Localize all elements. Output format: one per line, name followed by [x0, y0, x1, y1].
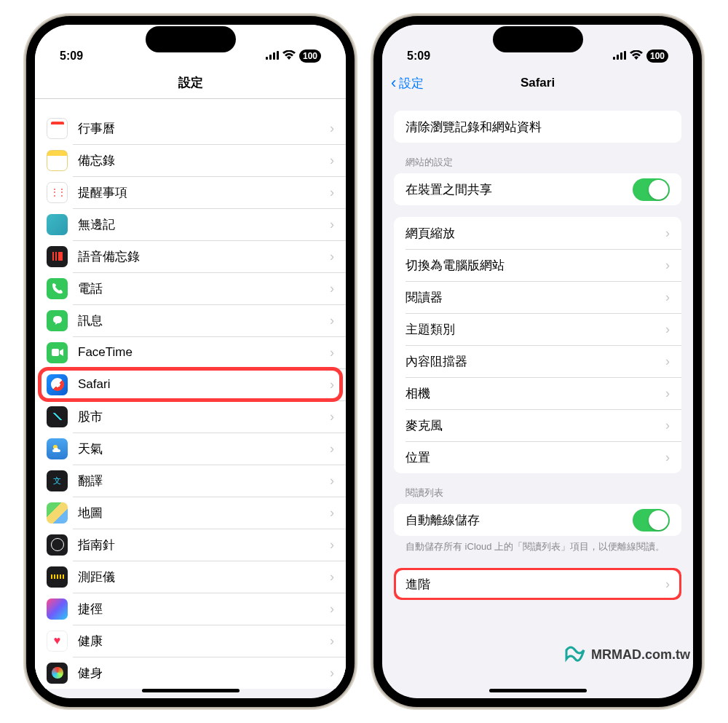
settings-row-notes[interactable]: 備忘錄 › [35, 144, 346, 176]
phone-frame-left: 5:09 100 設定 [26, 16, 355, 707]
clear-history-row[interactable]: 清除瀏覽記錄和網站資料 [394, 111, 681, 143]
row-label: 健康 [78, 633, 325, 649]
settings-row-safari[interactable]: Safari › [35, 368, 346, 400]
maps-icon [47, 502, 68, 524]
screen-left: 5:09 100 設定 [35, 25, 346, 698]
list-group-reading: 自動離線儲存 [394, 504, 681, 536]
page-zoom-row[interactable]: 網頁縮放 › [394, 217, 681, 249]
facetime-icon [47, 342, 68, 363]
toggle-switch[interactable] [633, 178, 670, 201]
row-label: 電話 [78, 280, 325, 297]
row-label: 捷徑 [78, 601, 325, 617]
svg-rect-4 [52, 349, 59, 356]
svg-rect-2 [273, 52, 275, 60]
list-group-website-settings: 網頁縮放 › 切換為電腦版網站 › 閱讀器 › 主題類別 › [394, 217, 681, 473]
svg-rect-3 [277, 51, 279, 60]
settings-row-facetime[interactable]: FaceTime › [35, 336, 346, 368]
settings-row-stocks[interactable]: 股市 › [35, 400, 346, 432]
settings-row-voicememos[interactable]: 語音備忘錄 › [35, 240, 346, 272]
settings-row-compass[interactable]: 指南針 › [35, 529, 346, 561]
notes-icon [47, 150, 68, 171]
settings-list[interactable]: 行事曆 › 備忘錄 › 提醒事項 › 無邊記 [35, 99, 346, 698]
home-indicator[interactable] [142, 689, 240, 692]
fitness-icon [47, 663, 68, 684]
row-label: Safari [78, 377, 325, 392]
nav-title: 設定 [178, 74, 203, 91]
translate-icon [47, 470, 68, 491]
section-footer-reading: 自動儲存所有 iCloud 上的「閱讀列表」項目，以便離線閱讀。 [394, 536, 681, 556]
status-right: 100 [266, 50, 321, 63]
row-label: FaceTime [78, 345, 325, 360]
reader-row[interactable]: 閱讀器 › [394, 281, 681, 313]
chevron-right-icon: › [330, 569, 334, 585]
row-label: 麥克風 [405, 417, 661, 434]
settings-row-phone[interactable]: 電話 › [35, 272, 346, 304]
list-group-share: 在裝置之間共享 [394, 173, 681, 205]
request-desktop-row[interactable]: 切換為電腦版網站 › [394, 249, 681, 281]
row-label: 天氣 [78, 440, 325, 457]
list-group-clear: 清除瀏覽記錄和網站資料 [394, 111, 681, 143]
row-label: 提醒事項 [78, 184, 325, 201]
chevron-right-icon: › [665, 577, 670, 592]
signal-icon [266, 50, 279, 63]
compass-icon [47, 534, 68, 556]
row-label: 在裝置之間共享 [405, 181, 633, 198]
chevron-right-icon: › [665, 354, 670, 369]
battery-icon: 100 [299, 50, 321, 63]
status-time: 5:09 [60, 50, 83, 63]
row-label: 主題類別 [405, 321, 661, 338]
settings-row-freeform[interactable]: 無邊記 › [35, 208, 346, 240]
nav-back-button[interactable]: ‹ 設定 [391, 75, 424, 92]
shortcuts-icon [47, 598, 68, 620]
settings-row-messages[interactable]: 訊息 › [35, 304, 346, 336]
settings-row-fitness[interactable]: 健身 › [35, 657, 346, 689]
home-indicator[interactable] [489, 689, 587, 692]
settings-row-reminders[interactable]: 提醒事項 › [35, 176, 346, 208]
svg-rect-1 [269, 55, 272, 60]
row-label: 健身 [78, 665, 325, 681]
safari-icon [47, 374, 68, 395]
chevron-right-icon: › [330, 441, 334, 457]
row-label: 切換為電腦版網站 [405, 257, 661, 274]
auto-save-offline-row[interactable]: 自動離線儲存 [394, 504, 681, 536]
chevron-right-icon: › [330, 281, 334, 296]
share-across-devices-row[interactable]: 在裝置之間共享 [394, 173, 681, 205]
measure-icon [47, 566, 68, 588]
chevron-right-icon: › [330, 121, 334, 136]
watermark-logo-icon [565, 644, 585, 665]
row-label: 清除瀏覽記錄和網站資料 [405, 119, 670, 135]
settings-row-translate[interactable]: 翻譯 › [35, 465, 346, 497]
row-label: 位置 [405, 449, 661, 466]
phone-frame-right: 5:09 100 ‹ 設定 Safari [373, 16, 702, 707]
chevron-right-icon: › [330, 345, 334, 360]
nav-bar: ‹ 設定 Safari [382, 67, 693, 99]
watermark: MRMAD.com.tw [565, 644, 690, 665]
microphone-row[interactable]: 麥克風 › [394, 409, 681, 441]
advanced-row[interactable]: 進階 › [394, 568, 681, 600]
status-right: 100 [613, 50, 668, 63]
location-row[interactable]: 位置 › [394, 441, 681, 473]
settings-row-health[interactable]: 健康 › [35, 625, 346, 657]
settings-row-weather[interactable]: 天氣 › [35, 432, 346, 465]
health-icon [47, 631, 68, 652]
row-label: 地圖 [78, 505, 325, 521]
chevron-right-icon: › [665, 226, 670, 241]
chevron-right-icon: › [330, 633, 334, 649]
row-label: 閱讀器 [405, 289, 661, 306]
settings-row-maps[interactable]: 地圖 › [35, 497, 346, 529]
safari-settings-list[interactable]: 清除瀏覽記錄和網站資料 網站的設定 在裝置之間共享 網頁縮放 › [382, 99, 693, 698]
settings-row-calendar[interactable]: 行事曆 › [35, 112, 346, 144]
settings-row-shortcuts[interactable]: 捷徑 › [35, 593, 346, 625]
profiles-row[interactable]: 主題類別 › [394, 313, 681, 345]
calendar-icon [47, 118, 68, 139]
wifi-icon [282, 50, 296, 63]
toggle-switch[interactable] [633, 509, 670, 532]
camera-row[interactable]: 相機 › [394, 377, 681, 409]
chevron-right-icon: › [665, 450, 670, 465]
signal-icon [613, 50, 626, 63]
svg-rect-9 [624, 51, 626, 60]
settings-row-measure[interactable]: 測距儀 › [35, 561, 346, 593]
row-label: 無邊記 [78, 216, 325, 233]
chevron-right-icon: › [330, 473, 334, 489]
content-blockers-row[interactable]: 內容阻擋器 › [394, 345, 681, 377]
